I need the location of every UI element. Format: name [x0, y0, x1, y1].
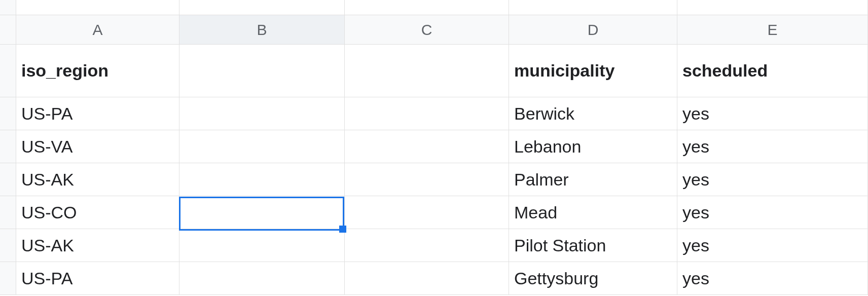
- column-header-b[interactable]: B: [179, 15, 345, 45]
- cell[interactable]: scheduled: [677, 45, 868, 97]
- cell[interactable]: yes: [677, 196, 868, 229]
- cell[interactable]: [345, 130, 509, 163]
- cell[interactable]: [345, 163, 509, 196]
- cell[interactable]: yes: [677, 262, 868, 295]
- column-header-e[interactable]: E: [677, 15, 868, 45]
- cell[interactable]: [179, 229, 345, 262]
- row-header[interactable]: [0, 130, 16, 163]
- column-header-c[interactable]: C: [345, 15, 509, 45]
- cell[interactable]: [345, 97, 509, 130]
- cell[interactable]: [179, 163, 345, 196]
- row-header[interactable]: [0, 97, 16, 130]
- cell[interactable]: US-AK: [16, 163, 179, 196]
- corner-filler: [0, 0, 16, 15]
- cell[interactable]: [179, 130, 345, 163]
- cell[interactable]: [179, 262, 345, 295]
- cell[interactable]: US-PA: [16, 97, 179, 130]
- cell[interactable]: Gettysburg: [509, 262, 677, 295]
- cell[interactable]: [345, 196, 509, 229]
- row-header[interactable]: [0, 163, 16, 196]
- cell[interactable]: [345, 45, 509, 97]
- cell[interactable]: US-VA: [16, 130, 179, 163]
- cell[interactable]: US-AK: [16, 229, 179, 262]
- row-header[interactable]: [0, 196, 16, 229]
- cell[interactable]: Mead: [509, 196, 677, 229]
- cell[interactable]: Palmer: [509, 163, 677, 196]
- cell[interactable]: iso_region: [16, 45, 179, 97]
- filler: [16, 0, 179, 15]
- row-header[interactable]: [0, 45, 16, 97]
- cell[interactable]: Berwick: [509, 97, 677, 130]
- cell[interactable]: yes: [677, 229, 868, 262]
- cell[interactable]: [179, 45, 345, 97]
- cell[interactable]: municipality: [509, 45, 677, 97]
- cell[interactable]: [179, 97, 345, 130]
- cell[interactable]: US-CO: [16, 196, 179, 229]
- select-all-corner[interactable]: [0, 15, 16, 45]
- filler: [677, 0, 868, 15]
- cell[interactable]: US-PA: [16, 262, 179, 295]
- cell-selected[interactable]: [179, 196, 345, 229]
- cell[interactable]: [345, 262, 509, 295]
- filler: [179, 0, 345, 15]
- spreadsheet-grid: A B C D E iso_region municipality schedu…: [0, 0, 868, 295]
- cell[interactable]: Lebanon: [509, 130, 677, 163]
- cell[interactable]: yes: [677, 130, 868, 163]
- column-header-d[interactable]: D: [509, 15, 677, 45]
- row-header[interactable]: [0, 262, 16, 295]
- row-header[interactable]: [0, 229, 16, 262]
- column-header-a[interactable]: A: [16, 15, 179, 45]
- cell[interactable]: Pilot Station: [509, 229, 677, 262]
- cell[interactable]: yes: [677, 97, 868, 130]
- filler: [345, 0, 509, 15]
- filler: [509, 0, 677, 15]
- cell[interactable]: [345, 229, 509, 262]
- cell[interactable]: yes: [677, 163, 868, 196]
